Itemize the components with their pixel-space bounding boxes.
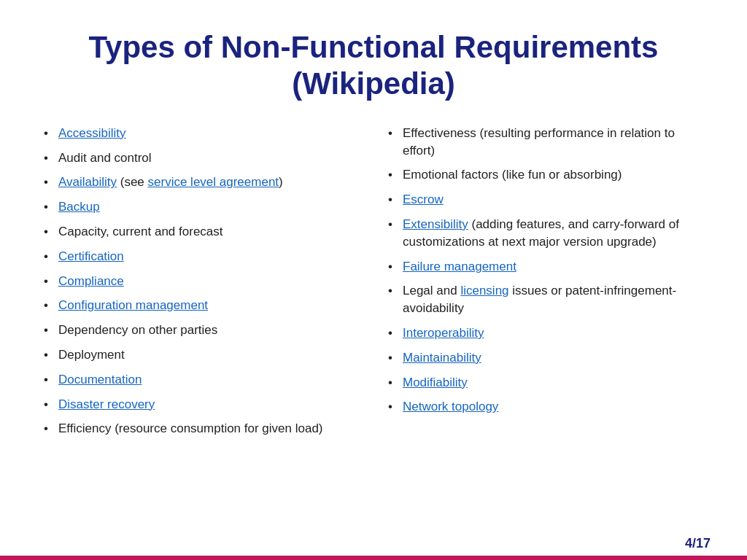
bottom-bar bbox=[0, 556, 747, 560]
list-item: Documentation bbox=[44, 371, 359, 389]
list-item: Deployment bbox=[44, 346, 359, 364]
list-item: Efficiency (resource consumption for giv… bbox=[44, 420, 359, 438]
content-area: Accessibility Audit and control Availabi… bbox=[36, 125, 711, 445]
list-item: Modifiability bbox=[388, 374, 703, 392]
interoperability-link[interactable]: Interoperability bbox=[403, 326, 484, 340]
configuration-management-link[interactable]: Configuration management bbox=[58, 298, 208, 312]
right-column: Effectiveness (resulting performance in … bbox=[381, 125, 711, 445]
sla-link[interactable]: service level agreement bbox=[148, 175, 279, 189]
compliance-link[interactable]: Compliance bbox=[58, 274, 124, 288]
list-item: Interoperability bbox=[388, 324, 703, 342]
list-item: Network topology bbox=[388, 398, 703, 416]
list-item: Availability (see service level agreemen… bbox=[44, 174, 359, 191]
list-item: Accessibility bbox=[44, 125, 359, 142]
list-item: Configuration management bbox=[44, 297, 359, 314]
modifiability-link[interactable]: Modifiability bbox=[403, 376, 468, 389]
list-item: Capacity, current and forecast bbox=[44, 223, 359, 241]
list-item: Certification bbox=[44, 248, 359, 265]
availability-link[interactable]: Availability bbox=[58, 175, 117, 189]
list-item: Dependency on other parties bbox=[44, 322, 359, 339]
list-item: Escrow bbox=[388, 191, 703, 209]
left-column: Accessibility Audit and control Availabi… bbox=[36, 125, 366, 445]
slide: Types of Non-Functional Requirements (Wi… bbox=[0, 0, 747, 560]
list-item: Emotional factors (like fun or absorbing… bbox=[388, 166, 703, 184]
backup-link[interactable]: Backup bbox=[58, 200, 100, 214]
list-item: Failure management bbox=[388, 258, 703, 276]
extensibility-link[interactable]: Extensibility bbox=[403, 217, 468, 231]
failure-management-link[interactable]: Failure management bbox=[403, 260, 516, 273]
network-topology-link[interactable]: Network topology bbox=[403, 400, 498, 413]
list-item: Legal and licensing issues or patent-inf… bbox=[388, 282, 703, 317]
list-item: Disaster recovery bbox=[44, 396, 359, 413]
right-list: Effectiveness (resulting performance in … bbox=[388, 125, 703, 416]
documentation-link[interactable]: Documentation bbox=[58, 373, 142, 386]
list-item: Effectiveness (resulting performance in … bbox=[388, 125, 703, 160]
escrow-link[interactable]: Escrow bbox=[403, 192, 444, 206]
list-item: Extensibility (adding features, and carr… bbox=[388, 216, 703, 251]
page-number: 4/17 bbox=[685, 536, 711, 551]
accessibility-link[interactable]: Accessibility bbox=[58, 126, 126, 140]
maintainability-link[interactable]: Maintainability bbox=[403, 351, 481, 365]
left-list: Accessibility Audit and control Availabi… bbox=[44, 125, 359, 438]
disaster-recovery-link[interactable]: Disaster recovery bbox=[58, 397, 155, 411]
list-item: Audit and control bbox=[44, 149, 359, 167]
licensing-link[interactable]: licensing bbox=[460, 284, 508, 298]
slide-title: Types of Non-Functional Requirements (Wi… bbox=[36, 22, 711, 103]
list-item: Maintainability bbox=[388, 349, 703, 367]
list-item: Backup bbox=[44, 198, 359, 216]
list-item: Compliance bbox=[44, 273, 359, 290]
certification-link[interactable]: Certification bbox=[58, 249, 124, 263]
